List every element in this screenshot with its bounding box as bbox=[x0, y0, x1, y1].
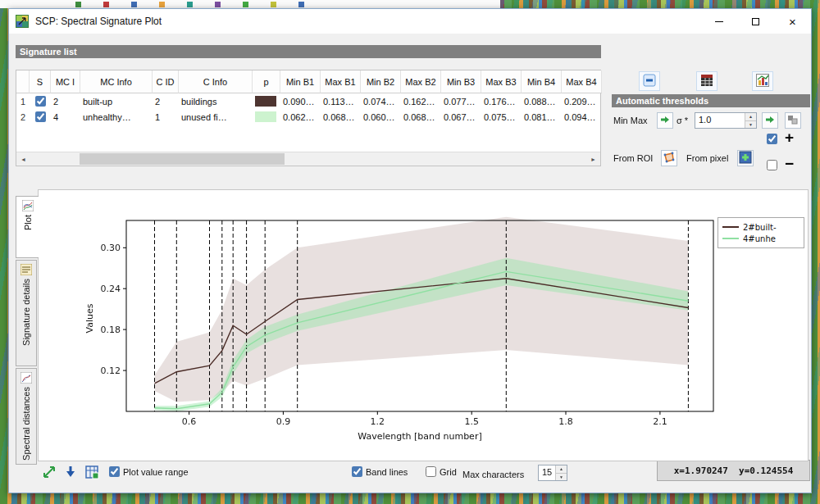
value-cell[interactable]: 0.176… bbox=[481, 93, 522, 109]
close-button[interactable]: × bbox=[774, 9, 811, 34]
apply-to-all-button[interactable] bbox=[785, 112, 801, 129]
minimize-button[interactable] bbox=[700, 9, 737, 34]
value-cell[interactable]: 0.162… bbox=[401, 93, 441, 109]
mc-id-cell[interactable]: 4 bbox=[51, 109, 80, 125]
save-plot-button[interactable] bbox=[61, 464, 80, 482]
tab-plot[interactable]: Plot bbox=[16, 196, 39, 258]
column-header-maxb4[interactable]: Max B4 bbox=[562, 70, 602, 93]
from-roi-button[interactable] bbox=[661, 150, 677, 166]
plot-value-range-checkbox[interactable]: Plot value range bbox=[109, 466, 189, 477]
signature-color-swatch[interactable] bbox=[255, 96, 276, 107]
plot-tab-icon bbox=[22, 200, 34, 211]
tab-spectral-distances[interactable]: Spectral distances bbox=[16, 368, 37, 465]
spin-down-arrow[interactable]: ▼ bbox=[556, 474, 567, 481]
value-cell[interactable]: 0.113… bbox=[321, 93, 361, 109]
remove-signature-button[interactable] bbox=[639, 71, 660, 91]
titlebar[interactable]: SCP: Spectral Signature Plot × bbox=[9, 9, 811, 34]
grid-checkbox[interactable]: Grid bbox=[426, 466, 457, 477]
legend-entry: 4#unhe bbox=[722, 233, 800, 244]
tab-signature-details[interactable]: Signature details bbox=[16, 260, 37, 366]
value-cell[interactable]: 0.209… bbox=[562, 93, 602, 109]
value-cell[interactable]: 0.062… bbox=[280, 109, 321, 125]
value-cell[interactable]: 0.077… bbox=[441, 93, 481, 109]
mc-id-cell[interactable]: 2 bbox=[51, 93, 80, 109]
sigma-spinbox[interactable]: 1.0 ▲ ▼ bbox=[695, 112, 757, 129]
stack-icon bbox=[787, 114, 799, 127]
plot-value-range-input[interactable] bbox=[109, 466, 120, 477]
spin-up-arrow[interactable]: ▲ bbox=[556, 465, 567, 474]
column-header-minb3[interactable]: Min B3 bbox=[441, 70, 481, 93]
fit-to-data-button[interactable] bbox=[40, 464, 58, 482]
color-cell[interactable] bbox=[253, 109, 280, 125]
band-lines-checkbox[interactable]: Band lines bbox=[352, 466, 408, 477]
max-characters-value[interactable]: 15 bbox=[539, 465, 555, 480]
add-to-plot-button[interactable] bbox=[752, 71, 773, 91]
value-cell[interactable]: 0.094… bbox=[562, 109, 602, 125]
column-header-maxb1[interactable]: Max B1 bbox=[321, 70, 361, 93]
value-cell[interactable]: 0.068… bbox=[321, 109, 361, 125]
column-header-minb2[interactable]: Min B2 bbox=[361, 70, 401, 93]
upper-threshold-checkbox[interactable] bbox=[767, 134, 777, 144]
c-info-cell[interactable]: unused fi… bbox=[179, 109, 253, 125]
maximize-button[interactable] bbox=[737, 9, 774, 34]
column-header-color[interactable]: p bbox=[253, 70, 280, 93]
c-info-cell[interactable]: buildings bbox=[179, 93, 253, 109]
signature-visible-cell[interactable] bbox=[30, 109, 51, 125]
legend-line-swatch bbox=[722, 238, 739, 239]
value-cell[interactable]: 0.067… bbox=[441, 109, 481, 125]
mc-info-cell[interactable]: built-up bbox=[80, 93, 153, 109]
table-horizontal-scrollbar[interactable]: ◄ ► bbox=[16, 152, 600, 166]
export-values-button[interactable] bbox=[83, 464, 101, 482]
remove-threshold-button[interactable]: − bbox=[785, 157, 794, 171]
scrollbar-track[interactable] bbox=[30, 152, 586, 166]
value-cell[interactable]: 0.068… bbox=[401, 109, 441, 125]
scroll-right-arrow[interactable]: ► bbox=[586, 152, 600, 166]
signature-visible-checkbox[interactable] bbox=[35, 111, 46, 122]
value-cell[interactable]: 0.088… bbox=[522, 93, 562, 109]
from-roi-label: From ROI bbox=[613, 152, 653, 165]
lower-threshold-checkbox[interactable] bbox=[767, 160, 777, 170]
apply-min-max-button[interactable] bbox=[657, 112, 673, 129]
value-cell[interactable]: 0.075… bbox=[481, 109, 522, 125]
mc-info-cell[interactable]: unhealthy… bbox=[80, 109, 153, 125]
table-row[interactable]: 1 2 built-up 2 buildings 0.090… 0.113… 0… bbox=[16, 93, 600, 109]
threshold-table-icon bbox=[699, 73, 714, 89]
legend-label: 4#unhe bbox=[743, 234, 776, 243]
scrollbar-thumb[interactable] bbox=[80, 153, 285, 165]
scroll-left-arrow[interactable]: ◄ bbox=[16, 152, 30, 166]
from-pixel-button[interactable] bbox=[737, 150, 754, 166]
value-cell[interactable]: 0.074… bbox=[361, 93, 401, 109]
grid-input[interactable] bbox=[426, 466, 436, 477]
table-row[interactable]: 2 4 unhealthy… 1 unused fi… 0.062… 0.068… bbox=[16, 109, 600, 125]
column-header-cinfo[interactable]: C Info bbox=[179, 70, 253, 93]
column-header-mcid[interactable]: MC I bbox=[51, 70, 80, 93]
c-id-cell[interactable]: 2 bbox=[153, 93, 179, 109]
max-characters-spinbox[interactable]: 15 ▲ ▼ bbox=[538, 465, 567, 481]
row-number: 2 bbox=[16, 109, 30, 125]
spectral-plot-canvas[interactable]: 0.60.91.21.51.82.10.120.180.240.30 bbox=[39, 190, 809, 462]
column-header-maxb3[interactable]: Max B3 bbox=[481, 70, 522, 93]
c-id-cell[interactable]: 1 bbox=[153, 109, 179, 125]
signature-visible-checkbox[interactable] bbox=[35, 96, 46, 107]
color-cell[interactable] bbox=[253, 93, 280, 109]
add-threshold-button[interactable]: + bbox=[785, 130, 794, 145]
column-header-s[interactable]: S bbox=[30, 70, 51, 93]
column-header-mcinfo[interactable]: MC Info bbox=[80, 70, 153, 93]
value-cell[interactable]: 0.060… bbox=[361, 109, 401, 125]
svg-text:0.12: 0.12 bbox=[101, 366, 121, 376]
x-axis-label: Wavelength [band number] bbox=[126, 431, 713, 442]
spin-down-arrow[interactable]: ▼ bbox=[745, 121, 756, 129]
apply-sigma-button[interactable] bbox=[762, 112, 778, 129]
column-header-maxb2[interactable]: Max B2 bbox=[401, 70, 441, 93]
column-header-minb4[interactable]: Min B4 bbox=[522, 70, 562, 93]
column-header-cid[interactable]: C ID bbox=[153, 70, 179, 93]
signature-threshold-button[interactable] bbox=[696, 71, 718, 91]
spin-up-arrow[interactable]: ▲ bbox=[745, 113, 756, 121]
value-cell[interactable]: 0.090… bbox=[280, 93, 321, 109]
sigma-value[interactable]: 1.0 bbox=[695, 113, 745, 128]
band-lines-input[interactable] bbox=[352, 466, 362, 477]
signature-color-swatch[interactable] bbox=[255, 111, 276, 122]
value-cell[interactable]: 0.081… bbox=[522, 109, 562, 125]
column-header-minb1[interactable]: Min B1 bbox=[280, 70, 321, 93]
signature-visible-cell[interactable] bbox=[30, 93, 51, 109]
